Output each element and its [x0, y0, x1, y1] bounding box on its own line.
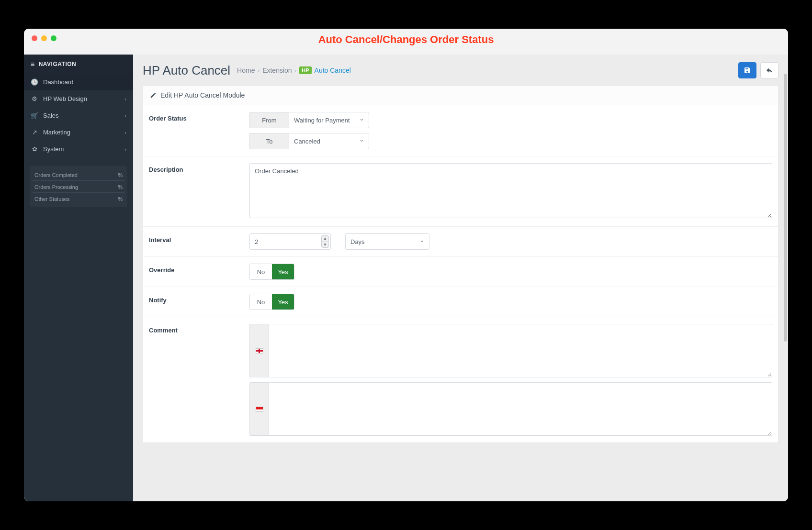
flag-en-icon — [256, 348, 263, 353]
interval-value-input[interactable] — [249, 233, 331, 250]
nav-label: HP Web Design — [43, 95, 87, 102]
share-icon: ↗ — [31, 129, 38, 136]
panel-title: Edit HP Auto Cancel Module — [160, 91, 245, 99]
hp-badge: HP — [299, 66, 311, 74]
edit-panel: Edit HP Auto Cancel Module Order Status … — [143, 85, 778, 443]
nav-item-hp-web-design[interactable]: ⚙ HP Web Design › — [24, 90, 133, 107]
reply-icon — [766, 66, 773, 74]
comment-id-textarea[interactable] — [269, 382, 772, 436]
scrollbar[interactable] — [784, 74, 787, 342]
order-status-from-select[interactable]: Waiting for Payment — [289, 112, 369, 128]
row-notify: Notify No Yes — [143, 287, 778, 317]
nav-header: ≡ NAVIGATION — [24, 55, 133, 74]
dashboard-icon: 🕓 — [31, 78, 38, 86]
window-title: Auto Cancel/Changes Order Status — [318, 33, 494, 46]
pencil-icon — [150, 92, 157, 99]
stat-orders-completed: Orders Completed % — [33, 169, 124, 181]
menu-icon[interactable]: ≡ — [31, 60, 35, 68]
nav-header-label: NAVIGATION — [39, 61, 77, 67]
notify-yes-button[interactable]: Yes — [272, 294, 294, 309]
sidebar: ≡ NAVIGATION 🕓 Dashboard ⚙ HP Web Design… — [24, 55, 133, 501]
flag-en-addon — [249, 324, 269, 377]
maximize-window-icon[interactable] — [51, 35, 56, 41]
nav-item-system[interactable]: ✿ System › — [24, 141, 133, 157]
nav-item-dashboard[interactable]: 🕓 Dashboard — [24, 74, 133, 90]
gear-icon: ✿ — [31, 145, 38, 153]
breadcrumb-extension[interactable]: Extension — [262, 66, 292, 74]
nav-label: Sales — [43, 112, 59, 119]
stat-label: Orders Completed — [34, 172, 78, 178]
flag-id-icon — [256, 407, 263, 412]
stat-value: % — [118, 172, 123, 178]
back-button[interactable] — [760, 62, 778, 78]
override-yes-button[interactable]: Yes — [272, 264, 294, 279]
breadcrumb-sep: › — [258, 67, 259, 73]
notify-toggle: No Yes — [249, 294, 294, 310]
app-body: ≡ NAVIGATION 🕓 Dashboard ⚙ HP Web Design… — [24, 55, 788, 501]
label-override: Override — [149, 264, 249, 280]
row-description: Description Order Canceled — [143, 156, 778, 227]
stat-label: Other Statuses — [34, 196, 69, 202]
minimize-window-icon[interactable] — [41, 35, 47, 41]
titlebar: Auto Cancel/Changes Order Status — [24, 29, 788, 55]
addon-from: From — [249, 112, 289, 128]
order-status-from-group: From Waiting for Payment — [249, 112, 772, 128]
override-toggle: No Yes — [249, 264, 294, 280]
page-actions — [738, 62, 778, 78]
notify-no-button[interactable]: No — [250, 294, 272, 309]
order-status-to-select[interactable]: Canceled — [289, 133, 369, 149]
comment-en-textarea[interactable] — [269, 324, 772, 377]
chevron-right-icon: › — [124, 113, 126, 119]
override-no-button[interactable]: No — [250, 264, 272, 279]
main-content: HP Auto Cancel Home › Extension › HP Aut… — [133, 55, 788, 501]
app-window: Auto Cancel/Changes Order Status ≡ NAVIG… — [24, 29, 788, 501]
stat-label: Orders Processing — [34, 184, 78, 190]
stat-value: % — [118, 184, 123, 190]
breadcrumb: Home › Extension › HP Auto Cancel — [237, 66, 351, 74]
stepper-buttons[interactable]: ▲▼ — [321, 235, 329, 248]
stat-orders-processing: Orders Processing % — [33, 181, 124, 193]
nav-item-sales[interactable]: 🛒 Sales › — [24, 107, 133, 124]
chevron-right-icon: › — [124, 96, 126, 102]
nav-label: System — [43, 145, 64, 153]
comment-en-row — [249, 324, 772, 377]
label-description: Description — [149, 163, 249, 220]
label-interval: Interval — [149, 233, 249, 250]
label-order-status: Order Status — [149, 112, 249, 149]
breadcrumb-sep: › — [295, 67, 297, 73]
save-icon — [744, 66, 751, 74]
comment-id-row — [249, 382, 772, 436]
cogs-icon: ⚙ — [31, 95, 38, 102]
cart-icon: 🛒 — [31, 112, 38, 119]
nav-label: Dashboard — [43, 78, 74, 86]
row-interval: Interval ▲▼ Days — [143, 227, 778, 257]
save-button[interactable] — [738, 62, 756, 78]
flag-id-addon — [249, 382, 269, 436]
breadcrumb-current[interactable]: Auto Cancel — [315, 66, 351, 74]
close-window-icon[interactable] — [32, 35, 37, 41]
nav-item-marketing[interactable]: ↗ Marketing › — [24, 124, 133, 141]
label-comment: Comment — [149, 324, 249, 436]
nav-label: Marketing — [43, 129, 70, 136]
page-title: HP Auto Cancel — [143, 63, 230, 78]
interval-unit-select[interactable]: Days — [345, 233, 429, 250]
sidebar-stats: Orders Completed % Orders Processing % O… — [30, 166, 127, 207]
label-notify: Notify — [149, 294, 249, 310]
addon-to: To — [249, 133, 289, 149]
chevron-right-icon: › — [124, 130, 126, 135]
row-override: Override No Yes — [143, 257, 778, 287]
page-header: HP Auto Cancel Home › Extension › HP Aut… — [133, 55, 788, 85]
window-controls — [24, 29, 64, 48]
stat-value: % — [118, 196, 123, 202]
breadcrumb-home[interactable]: Home — [237, 66, 255, 74]
panel-header: Edit HP Auto Cancel Module — [143, 86, 778, 105]
order-status-to-group: To Canceled — [249, 133, 772, 149]
row-order-status: Order Status From Waiting for Payment To — [143, 105, 778, 156]
row-comment: Comment — [143, 317, 778, 442]
description-textarea[interactable]: Order Canceled — [249, 163, 772, 218]
nav-list: 🕓 Dashboard ⚙ HP Web Design › 🛒 Sales › … — [24, 74, 133, 157]
chevron-right-icon: › — [124, 146, 126, 152]
stat-other-statuses: Other Statuses % — [33, 193, 124, 204]
